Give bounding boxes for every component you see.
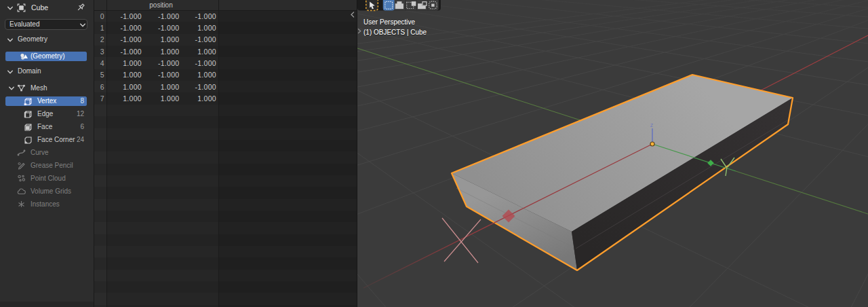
svg-text:User Perspective: User Perspective	[363, 18, 416, 26]
svg-text:(1) OBJECTS | Cube: (1) OBJECTS | Cube	[363, 29, 427, 36]
svg-text:Z: Z	[650, 123, 653, 128]
